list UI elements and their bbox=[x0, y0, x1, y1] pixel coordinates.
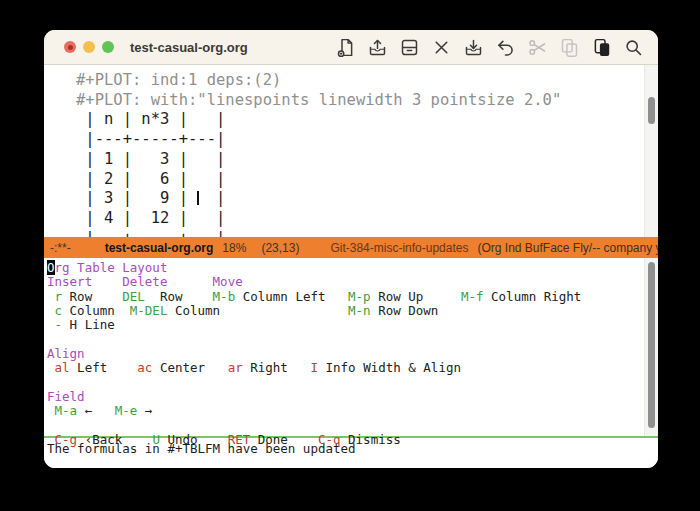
zoom-window-button[interactable] bbox=[102, 41, 114, 53]
emacs-toolbar bbox=[335, 37, 644, 58]
modeline-cursor-position: (23,13) bbox=[261, 241, 299, 255]
buffer-scrollbar-track[interactable] bbox=[644, 65, 658, 237]
modeline-minor-modes: (Org Ind BufFace Fly/-- company yas Wrap bbox=[477, 241, 658, 255]
org-buffer-window[interactable]: #+PLOT: ind:1 deps:(2)#+PLOT: with:"line… bbox=[44, 65, 658, 237]
modeline-buffer-name: test-casual-org.org bbox=[105, 241, 214, 255]
traffic-lights bbox=[64, 41, 114, 53]
transient-scrollbar-track[interactable] bbox=[644, 258, 658, 436]
cut-icon[interactable] bbox=[527, 37, 548, 58]
modeline-scroll-percent: 18% bbox=[222, 241, 246, 255]
buffer-scrollbar-thumb[interactable] bbox=[648, 97, 655, 124]
transient-menu-lines: Org Table LayoutInsert Delete Move r Row… bbox=[44, 258, 658, 447]
close-window-button[interactable] bbox=[64, 41, 76, 53]
undo-icon[interactable] bbox=[495, 37, 516, 58]
minimize-window-button[interactable] bbox=[83, 41, 95, 53]
open-file-icon[interactable] bbox=[367, 37, 388, 58]
modeline-coding: -:**- bbox=[50, 241, 71, 255]
mode-line: -:**- test-casual-org.org 18% (23,13) Gi… bbox=[44, 237, 658, 258]
write-file-icon[interactable] bbox=[463, 37, 484, 58]
emacs-window: test-casual-org.org bbox=[44, 30, 658, 468]
transient-menu-window: Org Table LayoutInsert Delete Move r Row… bbox=[44, 258, 658, 438]
paste-icon[interactable] bbox=[591, 37, 612, 58]
close-buffer-icon[interactable] bbox=[431, 37, 452, 58]
copy-icon[interactable] bbox=[559, 37, 580, 58]
modeline-git-branch: Git-384-misc-info-updates bbox=[330, 241, 468, 255]
window-title: test-casual-org.org bbox=[130, 40, 248, 55]
new-file-icon[interactable] bbox=[335, 37, 356, 58]
transient-scrollbar-thumb[interactable] bbox=[648, 262, 655, 428]
title-bar[interactable]: test-casual-org.org bbox=[44, 30, 658, 65]
org-buffer-text[interactable]: #+PLOT: ind:1 deps:(2)#+PLOT: with:"line… bbox=[44, 65, 658, 237]
search-icon[interactable] bbox=[623, 37, 644, 58]
save-buffer-icon[interactable] bbox=[399, 37, 420, 58]
